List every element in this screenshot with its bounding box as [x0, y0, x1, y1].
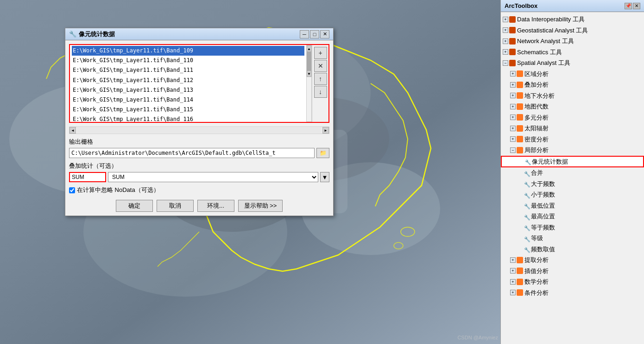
add-file-btn[interactable]: + — [314, 47, 327, 59]
tree-item-taiyangfushe[interactable]: +太阳辐射 — [501, 123, 644, 134]
file-list-item[interactable]: E:\Work_GIS\tmp_Layer11.tif\Band_113 — [72, 85, 304, 95]
input-rasters-list[interactable]: E:\Work_GIS\tmp_Layer11.tif\Band_109E:\W… — [70, 45, 306, 122]
stat-type-dropdown[interactable]: SUM MEAN MAJORITY MAXIMUM MINIMUM MINORI… — [108, 172, 318, 182]
output-raster-input[interactable] — [69, 148, 315, 158]
tree-expand-icon[interactable]: + — [503, 38, 508, 44]
tree-item-network-analyst[interactable]: +Network Analyst 工具 — [501, 36, 644, 47]
tree-item-zuidi[interactable]: 🔧最低位置 — [501, 200, 644, 211]
help-button[interactable]: 显示帮助 >> — [238, 200, 283, 212]
tree-item-dengyu[interactable]: 🔧等于频数 — [501, 222, 644, 233]
file-list-item[interactable]: E:\Work_GIS\tmp_Layer11.tif\Band_110 — [72, 56, 304, 65]
tree-expand-icon[interactable]: + — [503, 49, 508, 55]
tree-item-geostatistical[interactable]: +Geostatistical Analyst 工具 — [501, 25, 644, 36]
tree-expand-icon[interactable]: + — [510, 257, 516, 263]
tree-expand-icon[interactable]: − — [503, 60, 508, 66]
file-list-vscroll[interactable]: ▲ ▼ — [306, 45, 312, 122]
tree-item-label: 频数取值 — [531, 245, 555, 254]
tree-item-label: 地下水分析 — [524, 91, 555, 101]
toolset-folder-icon — [517, 136, 523, 142]
arctoolbox-panel: ArcToolbox 📌 ✕ +Data Interoperability 工具… — [500, 0, 644, 344]
dialog-action-buttons: 确定 取消 环境... 显示帮助 >> — [69, 200, 329, 212]
move-down-btn[interactable]: ↓ — [314, 86, 327, 98]
file-list-hscroll[interactable]: ◄ ► — [69, 127, 329, 134]
tree-item-tiaojian[interactable]: +条件分析 — [501, 287, 644, 299]
tree-item-label: 小于频数 — [531, 190, 555, 199]
toolset-folder-icon — [517, 103, 523, 110]
tree-item-duoyuan[interactable]: +多元分析 — [501, 112, 644, 123]
nodata-checkbox[interactable] — [69, 187, 75, 193]
tree-item-jubu[interactable]: −局部分析 — [501, 145, 644, 156]
tree-item-schematics[interactable]: +Schematics 工具 — [501, 47, 644, 58]
stat-type-label: 叠加统计（可选） — [69, 162, 329, 170]
scroll-thumb[interactable] — [307, 52, 311, 70]
output-raster-browse-btn[interactable]: 📁 — [316, 148, 329, 158]
tree-expand-icon[interactable]: + — [510, 71, 516, 76]
tree-expand-icon[interactable]: + — [510, 93, 516, 98]
file-list-item[interactable]: E:\Work_GIS\tmp_Layer11.tif\Band_115 — [72, 105, 304, 115]
scroll-up-arrow[interactable]: ▲ — [307, 45, 311, 52]
toolset-folder-icon — [517, 268, 523, 274]
tree-item-dengji[interactable]: 🔧等级 — [501, 233, 644, 244]
tree-expand-icon[interactable]: + — [510, 279, 516, 285]
remove-file-btn[interactable]: ✕ — [314, 60, 327, 72]
tree-expand-icon[interactable]: + — [510, 82, 516, 88]
tree-item-dixiashui[interactable]: +地下水分析 — [501, 90, 644, 102]
tree-item-diejia[interactable]: +叠加分析 — [501, 79, 644, 90]
tree-expand-icon[interactable]: + — [503, 17, 508, 22]
tree-item-pinshu[interactable]: 🔧频数取值 — [501, 244, 644, 255]
move-up-btn[interactable]: ↑ — [314, 73, 327, 85]
tree-expand-icon[interactable]: + — [510, 104, 516, 109]
tree-expand-icon[interactable]: + — [510, 115, 516, 120]
tree-item-data-interop[interactable]: +Data Interoperability 工具 — [501, 14, 644, 25]
tree-item-xiaoyu[interactable]: 🔧小于频数 — [501, 189, 644, 200]
tree-item-spatial-analyst[interactable]: −Spatial Analyst 工具 — [501, 57, 644, 69]
file-list-item[interactable]: E:\Work_GIS\tmp_Layer11.tif\Band_109 — [72, 46, 304, 56]
arctoolbox-pin-btn[interactable]: 📌 — [625, 3, 632, 9]
nodata-label: 在计算中忽略 NoData（可选） — [77, 186, 159, 194]
tree-item-chazhi[interactable]: +插值分析 — [501, 266, 644, 277]
tree-expand-icon[interactable]: + — [510, 268, 516, 274]
tree-item-dayu[interactable]: 🔧大于频数 — [501, 178, 644, 190]
tree-item-zuigao[interactable]: 🔧最高位置 — [501, 211, 644, 222]
tree-item-label: 叠加分析 — [524, 80, 549, 89]
file-list-item[interactable]: E:\Work_GIS\tmp_Layer11.tif\Band_112 — [72, 76, 304, 85]
dialog-maximize-btn[interactable]: □ — [310, 30, 319, 38]
tree-expand-icon[interactable]: − — [510, 147, 516, 153]
tree-expand-icon[interactable]: + — [503, 27, 508, 33]
tree-item-label: 最低位置 — [531, 201, 555, 210]
file-list-item[interactable]: E:\Work_GIS\tmp_Layer11.tif\Band_111 — [72, 65, 304, 75]
cancel-button[interactable]: 取消 — [157, 200, 194, 212]
tree-item-label: 太阳辐射 — [524, 124, 549, 133]
stat-dropdown-arrow[interactable]: ▼ — [320, 172, 329, 182]
file-list-item[interactable]: E:\Work_GIS\tmp_Layer11.tif\Band_114 — [72, 95, 304, 105]
tree-item-label: 密度分析 — [524, 135, 549, 144]
tree-item-quyu[interactable]: +区域分析 — [501, 69, 644, 80]
toolbox-folder-icon — [509, 38, 516, 45]
env-button[interactable]: 环境... — [197, 200, 234, 212]
stat-type-row: SUM MEAN MAJORITY MAXIMUM MINIMUM MINORI… — [69, 172, 329, 182]
arctoolbox-close-btn[interactable]: ✕ — [633, 3, 640, 9]
hscroll-left-arrow[interactable]: ◄ — [69, 127, 76, 134]
file-list-item[interactable]: E:\Work_GIS\tmp_Layer11.tif\Band_116 — [72, 115, 304, 122]
ok-button[interactable]: 确定 — [116, 200, 153, 212]
dialog-close-btn[interactable]: ✕ — [320, 30, 329, 38]
scroll-down-arrow[interactable]: ▼ — [307, 70, 311, 77]
tree-expand-icon[interactable]: + — [510, 290, 516, 295]
tree-item-label: Spatial Analyst 工具 — [517, 58, 570, 68]
dialog-minimize-btn[interactable]: ─ — [300, 30, 309, 38]
tree-item-xiangyuan[interactable]: 🔧像元统计数据 — [501, 156, 644, 168]
hscroll-right-arrow[interactable]: ► — [322, 127, 329, 134]
tool-icon: 🔧 — [524, 214, 530, 219]
tree-item-label: 多元分析 — [524, 113, 549, 122]
tree-expand-icon[interactable]: + — [510, 136, 516, 142]
tree-item-label: 条件分析 — [524, 288, 549, 298]
arctoolbox-tree[interactable]: +Data Interoperability 工具+Geostatistical… — [501, 12, 644, 344]
tree-item-midu[interactable]: +密度分析 — [501, 134, 644, 145]
tree-expand-icon[interactable]: + — [510, 126, 516, 131]
tree-item-hebing[interactable]: 🔧合并 — [501, 167, 644, 178]
stat-type-input[interactable] — [69, 172, 106, 182]
tree-item-label: 插值分析 — [524, 267, 549, 276]
tree-item-tiqu[interactable]: +提取分析 — [501, 255, 644, 266]
tree-item-ditudaishu[interactable]: +地图代数 — [501, 101, 644, 112]
tree-item-shuxue[interactable]: +数学分析 — [501, 276, 644, 287]
